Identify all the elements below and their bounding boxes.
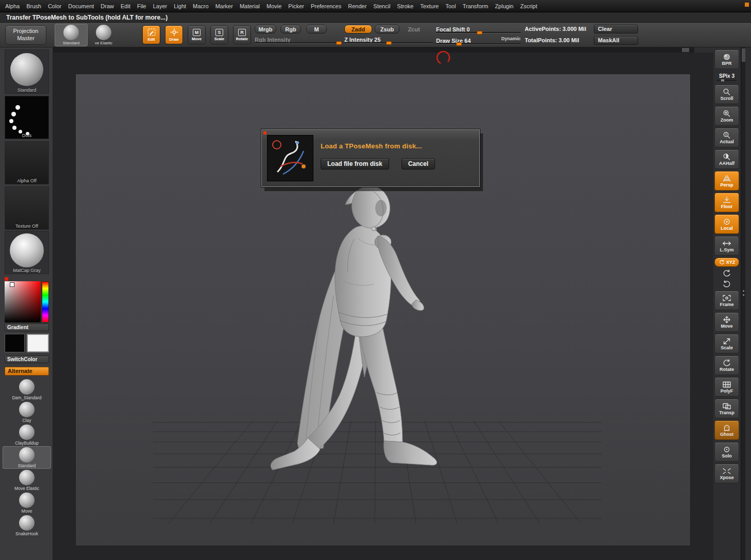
menu-layer[interactable]: Layer — [153, 3, 168, 9]
color-sv-area[interactable] — [5, 281, 41, 323]
color-hue-strip[interactable] — [42, 281, 49, 323]
right-solo[interactable]: Solo — [714, 442, 739, 462]
cancel-button[interactable]: Cancel — [402, 158, 435, 169]
menu-stencil[interactable]: Stencil — [373, 3, 390, 9]
menu-draw[interactable]: Draw — [101, 3, 114, 9]
brush-item-move[interactable]: Move — [3, 491, 51, 514]
menu-render[interactable]: Render — [348, 3, 366, 9]
draw-size-slider[interactable]: Draw Size 64 Dynamic — [436, 36, 521, 45]
switchcolor-button[interactable]: SwitchColor — [5, 355, 49, 363]
material-thumbnail[interactable]: MatCap Gray — [5, 231, 49, 274]
alpha-thumbnail[interactable]: Alpha Off — [5, 141, 49, 184]
edit-button[interactable]: Edit — [142, 25, 160, 44]
spix-slider[interactable] — [717, 80, 737, 81]
menu-alpha[interactable]: Alpha — [5, 3, 20, 9]
right-local[interactable]: Local — [714, 214, 739, 234]
right-polyf[interactable]: PolyF — [714, 377, 739, 397]
vertical-scroll-thumb[interactable] — [742, 48, 745, 62]
brush-item-snakehook[interactable]: SnakeHook — [3, 514, 51, 537]
zsub-button[interactable]: Zsub — [375, 25, 399, 33]
menu-edit[interactable]: Edit — [121, 3, 130, 9]
brush-item-claybuildup[interactable]: ClayBuildup — [3, 423, 51, 446]
focal-shift-slider[interactable]: Focal Shift 0 — [436, 24, 521, 33]
gradient-button[interactable]: Gradient — [5, 324, 49, 331]
right-rotate-y[interactable] — [714, 269, 739, 278]
menu-material[interactable]: Material — [240, 3, 260, 9]
load-file-from-disk-button[interactable]: Load file from disk — [321, 158, 389, 169]
m-button[interactable]: M — [306, 25, 327, 33]
clear-button[interactable]: Clear — [594, 25, 638, 33]
menu-tool[interactable]: Tool — [445, 3, 456, 9]
horizontal-scrollbar[interactable] — [53, 47, 694, 53]
menu-preferences[interactable]: Preferences — [311, 3, 341, 9]
menu-marker[interactable]: Marker — [215, 3, 233, 9]
menu-file[interactable]: File — [137, 3, 146, 9]
texture-thumbnail[interactable]: Texture Off — [5, 186, 49, 230]
zcut-button[interactable]: Zcut — [404, 25, 424, 33]
brush-item-standard[interactable]: Standard — [3, 446, 51, 469]
right-transp[interactable]: Transp — [714, 399, 739, 418]
move-icon — [722, 316, 732, 324]
alternate-button[interactable]: Alternate — [5, 367, 49, 376]
scale-button[interactable]: S Scale — [210, 25, 228, 44]
menu-transform[interactable]: Transform — [462, 3, 488, 9]
right-frame[interactable]: Frame — [714, 291, 739, 310]
rgb-intensity-slider[interactable]: Rgb Intensity — [255, 35, 342, 44]
slider-handle[interactable] — [386, 41, 392, 45]
stroke-thumbnail[interactable]: Dots — [5, 96, 49, 139]
right-zoom[interactable]: Zoom — [714, 106, 739, 126]
projection-master-button[interactable]: Projection Master — [5, 25, 46, 45]
color-picker[interactable] — [5, 277, 49, 323]
z-intensity-slider[interactable]: Z Intensity 25 — [344, 35, 433, 44]
maskall-button[interactable]: MaskAll — [594, 36, 638, 45]
right-l-sym[interactable]: L.Sym — [714, 236, 739, 256]
right-xyz[interactable]: XYZ — [714, 258, 739, 267]
slider-handle[interactable] — [456, 42, 462, 46]
right-bpr[interactable]: BPR — [714, 49, 739, 69]
dynamic-label[interactable]: Dynamic — [501, 36, 521, 41]
dialog-close-marker[interactable] — [263, 131, 266, 134]
right-floor[interactable]: Floor — [714, 193, 739, 212]
mrgb-button[interactable]: Mrgb — [255, 25, 276, 33]
right-xpose[interactable]: Xpose — [714, 464, 739, 483]
menu-color[interactable]: Color — [48, 3, 61, 9]
vertical-scrollbar[interactable]: ▲▼ — [741, 47, 745, 560]
right-rotate-z[interactable] — [714, 280, 739, 289]
slider-handle[interactable] — [477, 31, 482, 35]
menu-zscript[interactable]: Zscript — [520, 3, 537, 9]
right-scale[interactable]: Scale — [714, 334, 739, 353]
horizontal-scroll-thumb[interactable] — [682, 48, 689, 52]
brush-item-move-elastic[interactable]: Move Elastic — [3, 469, 51, 491]
menu-texture[interactable]: Texture — [420, 3, 439, 9]
rgb-button[interactable]: Rgb — [280, 25, 301, 33]
secondary-color-swatch[interactable] — [27, 334, 49, 352]
menu-macro[interactable]: Macro — [193, 3, 209, 9]
brush-item-clay[interactable]: Clay — [3, 401, 51, 423]
menu-picker[interactable]: Picker — [288, 3, 304, 9]
menu-movie[interactable]: Movie — [266, 3, 281, 9]
main-color-swatch[interactable] — [5, 334, 25, 352]
draw-button[interactable]: Draw — [165, 25, 183, 44]
rotate-button[interactable]: R Rotate — [233, 25, 251, 44]
right-persp[interactable]: Persp — [714, 171, 739, 191]
right-move[interactable]: Move — [714, 312, 739, 332]
current-tool-thumbnail[interactable]: Standard — [5, 49, 49, 94]
toolbar-brush-thumb-standard[interactable]: Standard — [55, 24, 88, 46]
right-rotate[interactable]: Rotate — [714, 355, 739, 375]
right-ghost[interactable]: Ghost — [714, 420, 739, 440]
right-aahalf[interactable]: AAHalf — [714, 149, 739, 169]
slider-handle[interactable] — [336, 41, 342, 45]
menu-stroke[interactable]: Stroke — [397, 3, 413, 9]
zadd-button[interactable]: Zadd — [344, 25, 372, 33]
slider-track — [255, 42, 342, 44]
menu-zplugin[interactable]: Zplugin — [495, 3, 513, 9]
scroll-arrows-icon[interactable]: ▲▼ — [741, 289, 746, 298]
brush-item-dam-standard[interactable]: Dam_Standard — [3, 378, 51, 401]
menu-brush[interactable]: Brush — [26, 3, 41, 9]
toolbar-brush-thumb-move-elastic[interactable]: ve Elastic — [91, 24, 116, 46]
right-actual[interactable]: Actual — [714, 128, 739, 147]
menu-light[interactable]: Light — [174, 3, 186, 9]
move-button[interactable]: M Move — [188, 25, 206, 44]
right-scroll[interactable]: Scroll — [714, 84, 739, 104]
menu-document[interactable]: Document — [68, 3, 94, 9]
